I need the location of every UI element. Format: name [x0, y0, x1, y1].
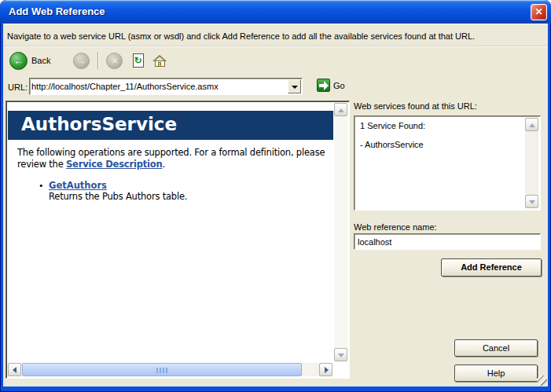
forward-button[interactable]: → — [73, 53, 90, 69]
scroll-up-button[interactable] — [334, 103, 347, 116]
listbox-scroll-up-button[interactable] — [525, 118, 538, 131]
url-dropdown-button[interactable] — [288, 79, 301, 93]
service-intro-paragraph: The following operations are supported. … — [17, 147, 332, 170]
intro-suffix: . — [162, 159, 164, 170]
scroll-left-button[interactable] — [8, 363, 21, 376]
preview-horizontal-scrollbar[interactable] — [8, 363, 332, 376]
chevron-down-icon — [529, 200, 535, 204]
service-title-banner: AuthorsService — [8, 111, 333, 140]
listbox-vertical-scrollbar[interactable] — [525, 118, 538, 208]
resize-grip[interactable] — [537, 376, 547, 386]
browser-toolbar: ← Back → ✕ ↻ — [9, 49, 167, 71]
window-title: Add Web Reference — [9, 5, 105, 17]
getauthors-link[interactable]: GetAuthors — [49, 180, 107, 191]
preview-vertical-scrollbar[interactable] — [334, 103, 347, 361]
home-button[interactable] — [152, 54, 167, 68]
separator-line — [3, 46, 548, 47]
chevron-up-icon — [529, 123, 535, 127]
chevron-right-icon — [325, 367, 329, 373]
instruction-text: Navigate to a web service URL (asmx or w… — [7, 31, 475, 41]
add-web-reference-dialog: Add Web Reference ✕ Navigate to a web se… — [0, 0, 551, 392]
stop-icon: ✕ — [112, 57, 118, 65]
forward-arrow-icon: → — [77, 55, 86, 66]
title-bar[interactable]: Add Web Reference ✕ — [0, 0, 551, 24]
services-found-label: Web services found at this URL: — [354, 101, 477, 111]
listbox-scroll-down-button[interactable] — [525, 195, 538, 208]
url-label: URL: — [8, 82, 28, 92]
back-arrow-icon: ← — [13, 55, 24, 67]
horizontal-scroll-thumb[interactable] — [22, 363, 302, 376]
refresh-icon: ↻ — [134, 55, 141, 66]
close-button[interactable]: ✕ — [531, 4, 547, 20]
stop-button[interactable]: ✕ — [106, 53, 123, 69]
go-label[interactable]: Go — [333, 81, 345, 90]
url-combobox[interactable] — [29, 78, 303, 95]
add-reference-button[interactable]: Add Reference — [441, 258, 542, 277]
chevron-left-icon — [13, 367, 17, 373]
scroll-down-button[interactable] — [334, 348, 347, 361]
go-icon[interactable] — [317, 79, 330, 92]
web-service-preview-pane: AuthorsService The following operations … — [6, 101, 350, 379]
refresh-button[interactable]: ↻ — [133, 53, 144, 68]
services-found-summary: 1 Service Found: — [360, 121, 425, 130]
dialog-client-area: Navigate to a web service URL (asmx or w… — [3, 24, 548, 387]
url-input[interactable] — [31, 80, 286, 93]
cancel-button[interactable]: Cancel — [454, 339, 538, 357]
help-button[interactable]: Help — [454, 365, 538, 382]
home-icon-door — [158, 62, 161, 67]
service-list-item[interactable]: - AuthorsService — [360, 140, 424, 149]
service-description-link[interactable]: Service Description — [66, 159, 162, 170]
service-title: AuthorsService — [21, 114, 177, 134]
services-found-listbox[interactable]: 1 Service Found: - AuthorsService — [354, 115, 541, 211]
web-reference-name-input[interactable] — [356, 236, 538, 247]
go-control[interactable]: Go — [317, 79, 345, 92]
web-reference-name-field[interactable] — [354, 233, 541, 250]
back-button-label[interactable]: Back — [31, 56, 50, 65]
bullet-icon: • — [39, 181, 44, 191]
toolbar-separator — [97, 52, 99, 69]
chevron-down-icon — [338, 354, 344, 357]
back-button[interactable]: ← — [9, 52, 28, 70]
operation-description: Returns the Pubs Authors table. — [49, 191, 187, 202]
chevron-up-icon — [338, 108, 344, 112]
intro-text: The following operations are supported. … — [17, 147, 325, 170]
scroll-right-button[interactable] — [319, 363, 332, 376]
go-icon-tri — [324, 81, 329, 90]
close-icon: ✕ — [534, 6, 542, 17]
web-reference-name-label: Web reference name: — [354, 222, 437, 232]
